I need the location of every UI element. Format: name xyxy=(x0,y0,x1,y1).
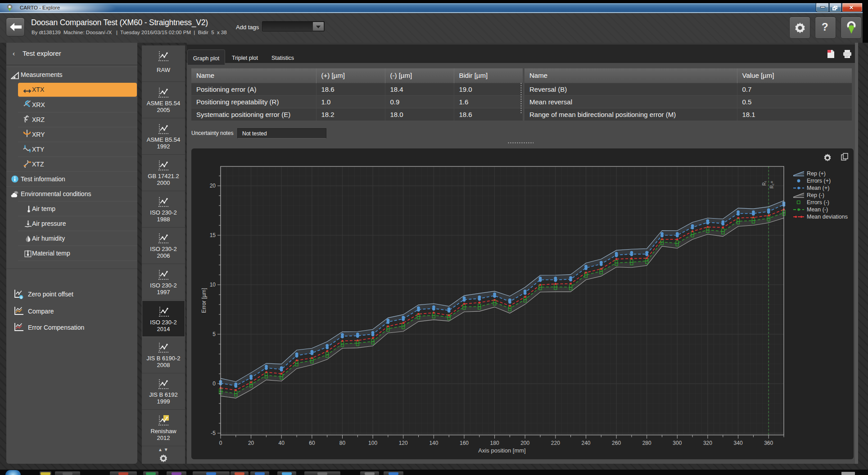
svg-text:20: 20 xyxy=(248,440,254,446)
svg-text:0: 0 xyxy=(20,296,23,300)
svg-text:200: 200 xyxy=(520,440,529,446)
svg-text:20: 20 xyxy=(210,183,216,189)
svg-text:5: 5 xyxy=(212,331,216,337)
svg-text:0: 0 xyxy=(219,440,222,446)
svg-text:Errors (-): Errors (-) xyxy=(807,199,829,206)
svg-text:340: 340 xyxy=(734,440,743,446)
svg-text:-5: -5 xyxy=(211,430,216,436)
svg-text:40: 40 xyxy=(279,440,285,446)
svg-text:180: 180 xyxy=(490,440,499,446)
svg-text:Mean deviations: Mean deviations xyxy=(807,214,848,220)
svg-text:Errors (+): Errors (+) xyxy=(807,178,831,184)
svg-text:Mean (-): Mean (-) xyxy=(807,206,828,213)
svg-text:360: 360 xyxy=(764,440,773,446)
svg-text:220: 220 xyxy=(551,440,560,446)
svg-text:280: 280 xyxy=(642,440,651,446)
svg-text:R₁: R₁ xyxy=(762,180,767,185)
svg-text:160: 160 xyxy=(460,440,469,446)
svg-text:240: 240 xyxy=(581,440,590,446)
svg-text:300: 300 xyxy=(673,440,682,446)
svg-text:Rep (-): Rep (-) xyxy=(807,192,824,198)
svg-text:60: 60 xyxy=(309,440,315,446)
svg-text:120: 120 xyxy=(399,440,408,446)
svg-text:Mean (+): Mean (+) xyxy=(807,185,829,191)
svg-text:80: 80 xyxy=(339,440,346,446)
svg-text:R₂+: R₂+ xyxy=(769,181,774,188)
svg-text:140: 140 xyxy=(429,440,438,446)
svg-text:320: 320 xyxy=(703,440,712,446)
svg-text:Error [µm]: Error [µm] xyxy=(201,288,207,313)
svg-text:Axis position [mm]: Axis position [mm] xyxy=(478,447,525,454)
svg-text:Rep (+): Rep (+) xyxy=(807,170,826,177)
svg-text:100: 100 xyxy=(368,440,377,446)
svg-text:260: 260 xyxy=(612,440,621,446)
svg-text:0: 0 xyxy=(212,381,216,387)
svg-text:15: 15 xyxy=(210,232,216,238)
svg-text:10: 10 xyxy=(210,282,216,288)
